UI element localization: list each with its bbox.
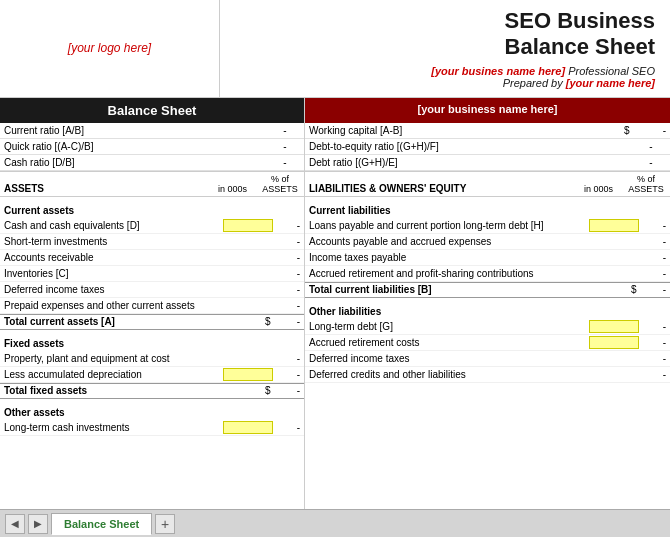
deferred-income-taxes-cell bbox=[589, 352, 639, 365]
logo-placeholder: [your logo here] bbox=[68, 41, 151, 55]
list-item: Accrued retirement and profit-sharing co… bbox=[305, 266, 670, 282]
balance-sheet-tab[interactable]: Balance Sheet bbox=[51, 513, 152, 535]
loans-payable-cell[interactable] bbox=[589, 219, 639, 232]
ppe-cell bbox=[223, 352, 273, 365]
current-liabilities-title: Current liabilities bbox=[305, 201, 670, 218]
ratio-row-cash: Cash ratio [D/B] - bbox=[0, 155, 304, 171]
prepaid-expenses-cell bbox=[223, 299, 273, 312]
longterm-cash-cell[interactable] bbox=[223, 421, 273, 434]
current-assets-title: Current assets bbox=[0, 201, 304, 218]
list-item: Cash and cash equivalents [D] - bbox=[0, 218, 304, 234]
list-item: Accrued retirement costs - bbox=[305, 335, 670, 351]
add-tab-button[interactable]: + bbox=[155, 514, 175, 534]
fixed-assets-title: Fixed assets bbox=[0, 334, 304, 351]
cash-equivalents-dash: - bbox=[275, 220, 300, 231]
total-current-liabilities-dash: - bbox=[641, 284, 666, 295]
debt-equity-label: Debt-to-equity ratio [(G+H)/F] bbox=[309, 141, 636, 152]
current-ratio-value: - bbox=[270, 125, 300, 136]
debt-equity-row: Debt-to-equity ratio [(G+H)/F] - bbox=[305, 139, 670, 155]
total-fixed-assets-dollar: $ bbox=[265, 385, 275, 396]
working-capital-label: Working capital [A-B] bbox=[309, 125, 624, 136]
list-item: Accounts payable and accrued expenses - bbox=[305, 234, 670, 250]
list-item: Long-term cash investments - bbox=[0, 420, 304, 436]
ratios-left: Current ratio [A/B] - Quick ratio [(A-C)… bbox=[0, 123, 305, 171]
inventories-dash: - bbox=[275, 268, 300, 279]
ratio-row-current: Current ratio [A/B] - bbox=[0, 123, 304, 139]
cash-ratio-label: Cash ratio [D/B] bbox=[4, 157, 270, 168]
longterm-debt-dash: - bbox=[641, 321, 666, 332]
list-item: Deferred credits and other liabilities - bbox=[305, 367, 670, 383]
deferred-credits-dash: - bbox=[641, 369, 666, 380]
spreadsheet-area: [your logo here] SEO Business Balance Sh… bbox=[0, 0, 670, 509]
header-section: [your logo here] SEO Business Balance Sh… bbox=[0, 0, 670, 98]
list-item: Property, plant and equipment at cost - bbox=[0, 351, 304, 367]
accrued-retirement-label: Accrued retirement and profit-sharing co… bbox=[309, 268, 589, 279]
business-name-placeholder: [your busines name here] bbox=[431, 65, 565, 77]
longterm-debt-cell[interactable] bbox=[589, 320, 639, 333]
income-taxes-payable-label: Income taxes payable bbox=[309, 252, 589, 263]
accounts-receivable-label: Accounts receivable bbox=[4, 252, 223, 263]
liabilities-main-label: LIABILITIES & OWNERS' EQUITY bbox=[309, 183, 571, 194]
short-term-investments-dash: - bbox=[275, 236, 300, 247]
accrued-retirement-dash: - bbox=[641, 268, 666, 279]
tab-prev-button[interactable]: ◀ bbox=[5, 514, 25, 534]
ppe-dash: - bbox=[275, 353, 300, 364]
list-item: Short-term investments - bbox=[0, 234, 304, 250]
deferred-income-taxes-dash: - bbox=[641, 353, 666, 364]
liabilities-column-headers: LIABILITIES & OWNERS' EQUITY in 000s % o… bbox=[305, 172, 670, 197]
debt-ratio-label: Debt ratio [(G+H)/E] bbox=[309, 157, 636, 168]
prepaid-expenses-label: Prepaid expenses and other current asset… bbox=[4, 300, 223, 311]
section-headers: Balance Sheet [your business name here] bbox=[0, 98, 670, 123]
cash-equivalents-cell[interactable] bbox=[223, 219, 273, 232]
income-taxes-payable-dash: - bbox=[641, 252, 666, 263]
left-section-header: Balance Sheet bbox=[0, 98, 305, 123]
list-item: Long-term debt [G] - bbox=[305, 319, 670, 335]
ratios-right: Working capital [A-B] $ - Debt-to-equity… bbox=[305, 123, 670, 171]
debt-ratio-value: - bbox=[636, 157, 666, 168]
prepared-line: Prepared by [your name here] bbox=[235, 77, 655, 89]
accrued-retirement-costs-cell[interactable] bbox=[589, 336, 639, 349]
accounts-payable-label: Accounts payable and accrued expenses bbox=[309, 236, 589, 247]
deferred-taxes-label: Deferred income taxes bbox=[4, 284, 223, 295]
professional-label: Professional SEO bbox=[568, 65, 655, 77]
income-taxes-payable-cell bbox=[589, 251, 639, 264]
longterm-cash-dash: - bbox=[275, 422, 300, 433]
subtitle-line: [your busines name here] Professional SE… bbox=[235, 65, 655, 77]
left-panel: ASSETS in 000s % ofASSETS Current assets… bbox=[0, 172, 305, 509]
accum-depreciation-cell[interactable] bbox=[223, 368, 273, 381]
inventories-label: Inventories [C] bbox=[4, 268, 223, 279]
ratios-section: Current ratio [A/B] - Quick ratio [(A-C)… bbox=[0, 123, 670, 172]
ratio-row-quick: Quick ratio [(A-C)/B] - bbox=[0, 139, 304, 155]
deferred-credits-cell bbox=[589, 368, 639, 381]
tab-bar: ◀ ▶ Balance Sheet + bbox=[0, 509, 670, 537]
accum-depreciation-label: Less accumulated depreciation bbox=[4, 369, 223, 380]
list-item: Income taxes payable - bbox=[305, 250, 670, 266]
other-liabilities-title: Other liabilities bbox=[305, 302, 670, 319]
deferred-taxes-dash: - bbox=[275, 284, 300, 295]
total-fixed-assets-label: Total fixed assets bbox=[4, 385, 265, 396]
accrued-retirement-cell bbox=[589, 267, 639, 280]
right-panel: LIABILITIES & OWNERS' EQUITY in 000s % o… bbox=[305, 172, 670, 509]
working-capital-value: - bbox=[636, 125, 666, 136]
total-current-assets-row: Total current assets [A] $ - bbox=[0, 314, 304, 330]
total-fixed-assets-dash: - bbox=[275, 385, 300, 396]
list-item: Accounts receivable - bbox=[0, 250, 304, 266]
short-term-investments-label: Short-term investments bbox=[4, 236, 223, 247]
app-window: [your logo here] SEO Business Balance Sh… bbox=[0, 0, 670, 537]
tab-next-button[interactable]: ▶ bbox=[28, 514, 48, 534]
deferred-income-taxes-label: Deferred income taxes bbox=[309, 353, 589, 364]
total-current-assets-dash: - bbox=[275, 316, 300, 327]
working-capital-row: Working capital [A-B] $ - bbox=[305, 123, 670, 139]
working-capital-dollar: $ bbox=[624, 125, 636, 136]
title-area: SEO Business Balance Sheet [your busines… bbox=[220, 0, 670, 97]
debt-ratio-row: Debt ratio [(G+H)/E] - bbox=[305, 155, 670, 171]
cash-equivalents-label: Cash and cash equivalents [D] bbox=[4, 220, 223, 231]
list-item: Prepaid expenses and other current asset… bbox=[0, 298, 304, 314]
cash-ratio-value: - bbox=[270, 157, 300, 168]
longterm-debt-label: Long-term debt [G] bbox=[309, 321, 589, 332]
liabilities-pct-label: % ofASSETS bbox=[626, 174, 666, 194]
other-assets-title: Other assets bbox=[0, 403, 304, 420]
total-current-liabilities-dollar: $ bbox=[631, 284, 641, 295]
accounts-receivable-dash: - bbox=[275, 252, 300, 263]
accounts-payable-dash: - bbox=[641, 236, 666, 247]
